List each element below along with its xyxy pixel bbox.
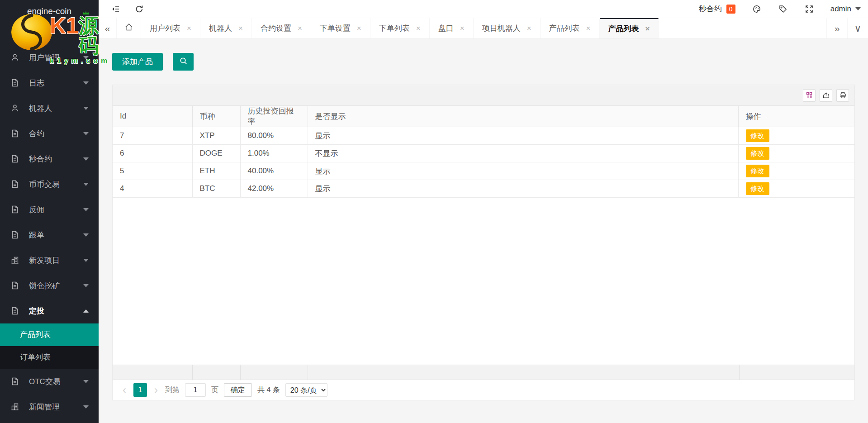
close-icon[interactable]: × <box>298 24 302 33</box>
print-icon <box>839 91 847 99</box>
sidebar-submenu: 产品列表订单列表 <box>0 323 99 369</box>
sidebar-subitem[interactable]: 产品列表 <box>0 323 99 346</box>
sidebar-item-label: 机器人 <box>29 103 52 114</box>
sidebar-item-5[interactable]: 币币交易 <box>0 171 99 197</box>
print-button[interactable] <box>836 89 849 102</box>
total-count-label: 共 4 条 <box>257 385 280 395</box>
brand-title: engine-coin <box>0 0 99 19</box>
edit-button[interactable]: 修改 <box>746 182 769 195</box>
cell-rate: 40.00% <box>240 162 308 180</box>
refresh-icon[interactable] <box>134 4 144 14</box>
sidebar-item-10[interactable]: 定投 <box>0 298 99 323</box>
doc-icon <box>10 129 19 138</box>
close-icon[interactable]: × <box>586 24 591 33</box>
sidebar-item-11[interactable]: OTC交易 <box>0 369 99 394</box>
goto-label: 到第 <box>165 385 180 395</box>
divider <box>308 365 308 380</box>
close-icon[interactable]: × <box>357 24 361 33</box>
cell-coin: ETH <box>192 162 240 180</box>
table-header-row: Id币种历史投资回报率是否显示操作 <box>113 106 854 127</box>
user-menu[interactable]: admin <box>830 5 861 14</box>
column-header: 币种 <box>192 106 240 127</box>
export-button[interactable] <box>820 89 832 102</box>
sidebar-item-6[interactable]: 反佣 <box>0 197 99 222</box>
home-icon <box>124 23 133 34</box>
chevron-down-icon <box>83 107 89 110</box>
table-row: 4BTC42.00%显示修改 <box>113 180 854 198</box>
sec-contract-link[interactable]: 秒合约 0 <box>699 4 735 14</box>
close-icon[interactable]: × <box>527 24 531 33</box>
tag-icon[interactable] <box>778 4 788 14</box>
tab-label: 机器人 <box>209 23 232 33</box>
search-button[interactable] <box>173 53 194 71</box>
cell-coin: BTC <box>192 180 240 198</box>
sidebar-item-0[interactable]: 用户管理 <box>0 45 99 70</box>
close-icon[interactable]: × <box>460 24 465 33</box>
tab-0[interactable]: 用户列表× <box>141 18 200 38</box>
cell-visible: 显示 <box>308 180 738 198</box>
confirm-page-button[interactable]: 确定 <box>224 383 252 397</box>
edit-button[interactable]: 修改 <box>746 165 769 177</box>
chevron-down-icon <box>83 157 89 161</box>
cell-id: 6 <box>113 145 192 162</box>
doc-icon <box>10 377 19 386</box>
tab-2[interactable]: 合约设置× <box>252 18 311 38</box>
tabbar-spacer <box>659 18 826 38</box>
sec-contract-badge: 0 <box>726 5 735 14</box>
chevron-down-icon <box>83 380 89 383</box>
tabs-scroll-left-icon[interactable]: « <box>99 18 117 38</box>
sidebar-item-8[interactable]: 新发项目 <box>0 247 99 273</box>
close-icon[interactable]: × <box>645 24 650 33</box>
action-button-row: 添加产品 <box>112 53 855 71</box>
content: 添加产品 <box>99 39 868 423</box>
tab-1[interactable]: 机器人× <box>200 18 252 38</box>
tab-8[interactable]: 产品列表× <box>600 18 659 38</box>
column-header: 操作 <box>738 106 854 127</box>
edit-button[interactable]: 修改 <box>746 129 769 142</box>
sidebar-subitem[interactable]: 订单列表 <box>0 346 99 369</box>
chevron-down-icon <box>83 132 89 135</box>
close-icon[interactable]: × <box>238 24 243 33</box>
tab-3[interactable]: 下单设置× <box>311 18 370 38</box>
sidebar-item-label: 秒合约 <box>29 154 52 164</box>
sidebar-item-9[interactable]: 锁仓挖矿 <box>0 273 99 298</box>
fullscreen-icon[interactable] <box>804 4 814 14</box>
filter-columns-icon <box>806 91 813 99</box>
next-page-button[interactable]: › <box>152 383 160 397</box>
filter-columns-button[interactable] <box>803 89 816 102</box>
tab-4[interactable]: 下单列表× <box>370 18 430 38</box>
tab-7[interactable]: 产品列表× <box>541 18 600 38</box>
sidebar-item-4[interactable]: 秒合约 <box>0 146 99 171</box>
chevron-up-icon <box>83 309 89 313</box>
close-icon[interactable]: × <box>416 24 421 33</box>
tab-5[interactable]: 盘口× <box>430 18 474 38</box>
sidebar-item-2[interactable]: 机器人 <box>0 95 99 121</box>
edit-button[interactable]: 修改 <box>746 147 769 160</box>
tab-6[interactable]: 项目机器人× <box>474 18 541 38</box>
sidebar-item-label: 定投 <box>29 306 44 316</box>
collapse-sidebar-icon[interactable] <box>111 4 121 14</box>
tabs-menu-icon[interactable]: ∨ <box>847 18 868 38</box>
tab-label: 产品列表 <box>549 23 580 33</box>
sidebar-item-home[interactable] <box>0 19 99 45</box>
tabs-strip: 用户列表×机器人×合约设置×下单设置×下单列表×盘口×项目机器人×产品列表×产品… <box>117 18 659 38</box>
sidebar-item-1[interactable]: 日志 <box>0 70 99 95</box>
prev-page-button[interactable]: ‹ <box>121 383 128 397</box>
sidebar-item-7[interactable]: 跟单 <box>0 222 99 247</box>
chevron-down-icon <box>83 284 89 287</box>
tabs-scroll-right-icon[interactable]: » <box>826 18 847 38</box>
tab-home[interactable] <box>117 18 141 38</box>
add-product-button[interactable]: 添加产品 <box>112 53 163 71</box>
page-number-input[interactable] <box>185 383 206 397</box>
sidebar-item-3[interactable]: 合约 <box>0 121 99 146</box>
current-page[interactable]: 1 <box>133 383 147 397</box>
chevron-down-icon <box>83 208 89 211</box>
sec-contract-label: 秒合约 <box>699 4 722 14</box>
sidebar-item-12[interactable]: 新闻管理 <box>0 394 99 419</box>
cell-visible: 显示 <box>308 127 738 145</box>
close-icon[interactable]: × <box>187 24 191 33</box>
cell-actions: 修改 <box>738 145 854 162</box>
table-footer-strip <box>113 365 854 380</box>
theme-palette-icon[interactable] <box>752 4 762 14</box>
page-size-select[interactable]: 20 条/页 <box>285 383 327 397</box>
